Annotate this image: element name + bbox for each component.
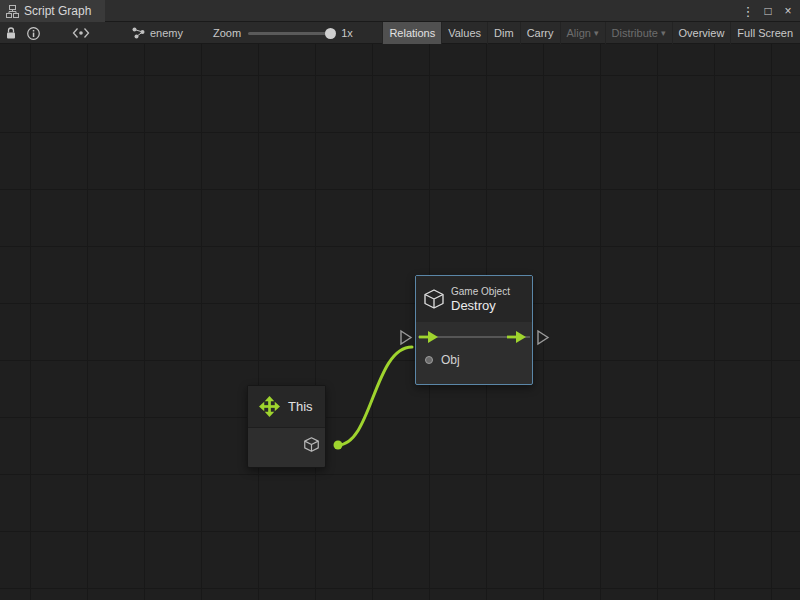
- info-icon: [27, 27, 40, 40]
- window-controls: ⋮ □ ×: [740, 0, 796, 22]
- align-label: Align: [567, 27, 591, 39]
- node-this-header: This: [248, 386, 325, 428]
- window-titlebar: Script Graph ⋮ □ ×: [0, 0, 800, 22]
- control-output-arrow-icon[interactable]: [507, 331, 526, 343]
- values-label: Values: [448, 27, 481, 39]
- distribute-dropdown[interactable]: Distribute ▾: [605, 22, 672, 44]
- external-input-triangle-icon[interactable]: [401, 331, 411, 344]
- carry-button[interactable]: Carry: [520, 22, 560, 44]
- zoom-value: 1x: [341, 27, 353, 39]
- node-destroy[interactable]: Game Object Destroy Obj: [415, 275, 533, 385]
- lock-button[interactable]: [0, 22, 22, 44]
- carry-label: Carry: [527, 27, 554, 39]
- window-menu-icon[interactable]: ⋮: [740, 0, 756, 22]
- zoom-slider-knob[interactable]: [325, 28, 336, 39]
- node-title: This: [288, 399, 313, 414]
- overview-label: Overview: [679, 27, 725, 39]
- graph-canvas[interactable]: Game Object Destroy Obj: [0, 44, 800, 600]
- zoom-label: Zoom: [213, 27, 241, 39]
- dim-label: Dim: [494, 27, 514, 39]
- this-gizmo-icon: [259, 396, 280, 417]
- graph-icon: [132, 27, 145, 39]
- overview-button[interactable]: Overview: [672, 22, 731, 44]
- maximize-icon[interactable]: □: [760, 0, 776, 22]
- node-this[interactable]: This: [247, 385, 326, 468]
- toolbar-right-group: Relations Values Dim Carry Align ▾ Distr…: [382, 22, 799, 44]
- chevron-down-icon: ▾: [594, 29, 599, 38]
- node-category: Game Object: [451, 286, 510, 297]
- relations-label: Relations: [389, 27, 435, 39]
- relations-button[interactable]: Relations: [382, 22, 441, 44]
- obj-port-label: Obj: [441, 353, 460, 367]
- toolbar-left-group: enemy Zoom 1x: [0, 22, 353, 44]
- align-dropdown[interactable]: Align ▾: [560, 22, 605, 44]
- close-icon[interactable]: ×: [780, 0, 796, 22]
- connections-overlay: [0, 44, 800, 600]
- inspect-button[interactable]: [22, 22, 44, 44]
- dim-button[interactable]: Dim: [487, 22, 520, 44]
- angle-brackets-dot-icon: [72, 27, 90, 39]
- distribute-label: Distribute: [612, 27, 658, 39]
- chevron-down-icon: ▾: [661, 29, 666, 38]
- external-output-triangle-icon[interactable]: [538, 331, 548, 344]
- connection-wire[interactable]: [338, 347, 412, 445]
- obj-port-row: Obj: [416, 349, 460, 371]
- zoom-control: Zoom 1x: [213, 27, 353, 39]
- graph-toolbar: enemy Zoom 1x Relations Values Dim Carry…: [0, 22, 800, 44]
- graph-breadcrumb[interactable]: enemy: [132, 27, 183, 39]
- tab-script-graph[interactable]: Script Graph: [0, 0, 105, 22]
- connection-source-dot[interactable]: [334, 441, 343, 450]
- node-title: Destroy: [451, 298, 510, 313]
- control-input-arrow-icon[interactable]: [419, 331, 438, 343]
- fullscreen-button[interactable]: Full Screen: [730, 22, 799, 44]
- obj-port[interactable]: [425, 356, 433, 364]
- zoom-slider[interactable]: [248, 32, 334, 35]
- embed-graph-button[interactable]: [70, 22, 92, 44]
- values-button[interactable]: Values: [441, 22, 487, 44]
- lock-icon: [5, 27, 17, 40]
- gameobject-output-port-cube-icon[interactable]: [304, 437, 319, 452]
- script-graph-icon: [6, 5, 19, 18]
- cube-icon: [424, 289, 444, 309]
- node-destroy-header: Game Object Destroy: [416, 276, 532, 322]
- fullscreen-label: Full Screen: [737, 27, 793, 39]
- graph-name-label: enemy: [150, 27, 183, 39]
- tab-title: Script Graph: [24, 4, 91, 18]
